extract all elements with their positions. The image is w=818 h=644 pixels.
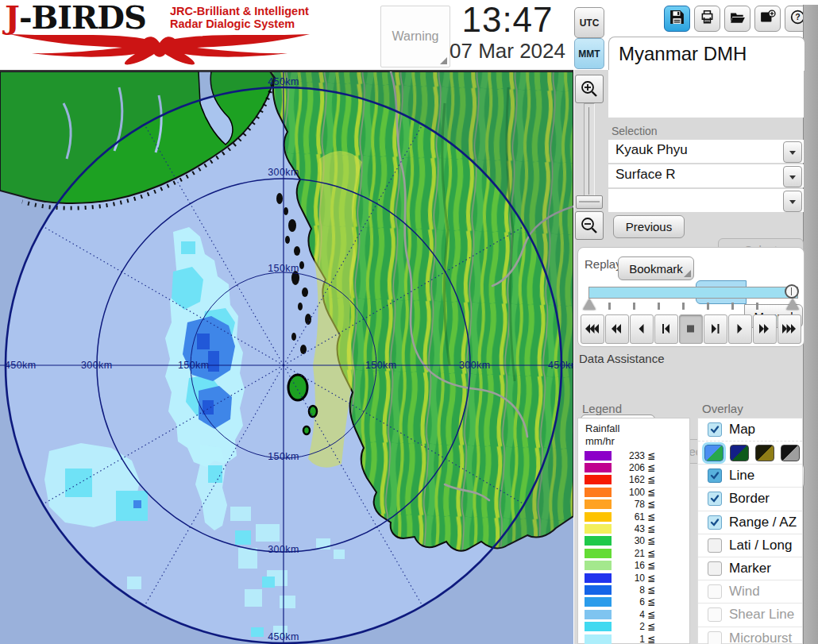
panel-scrollbar[interactable] [803, 5, 818, 644]
svg-text:450km: 450km [268, 631, 299, 642]
capture-icon [760, 10, 776, 28]
replay-slider-track[interactable] [588, 287, 798, 299]
step-forward-button[interactable] [704, 314, 727, 344]
stop-button[interactable] [679, 314, 703, 344]
clock-date: 07 Mar 2024 [442, 38, 573, 64]
range-box: Range 450 km [608, 70, 804, 118]
overlay-map-row: Map [698, 418, 802, 441]
svg-text:450km: 450km [548, 360, 573, 371]
overlay-range-az-checkbox[interactable] [708, 515, 722, 530]
magnifier-minus-icon [581, 217, 598, 234]
svg-text:450km: 450km [268, 76, 299, 87]
utc-button[interactable]: UTC [574, 7, 604, 38]
legend-entry: 206≦ [578, 461, 689, 473]
overlay-box: MapLineBorderRange / AZLati / LongMarker… [697, 418, 803, 644]
chevron-down-icon[interactable] [783, 141, 802, 163]
overlay-wind-checkbox [708, 584, 722, 599]
svg-text:?: ? [795, 12, 800, 21]
eagle-icon [5, 32, 314, 68]
play-icon [733, 322, 747, 337]
legend-color-swatch [585, 512, 612, 522]
legend-entry: 61≦ [578, 511, 689, 523]
legend-value: 6 [612, 596, 645, 607]
chevron-down-icon[interactable] [783, 166, 802, 187]
overlay-marker-checkbox[interactable] [708, 561, 722, 576]
warning-button[interactable]: Warning [380, 6, 450, 67]
overlay-line-checkbox[interactable] [708, 469, 722, 483]
zoom-slider-thumb[interactable] [576, 195, 603, 209]
fast-rewind-button[interactable] [605, 314, 629, 344]
selection-dropdown-1[interactable]: Kyauk Phyu [608, 140, 804, 163]
playback-controls [581, 314, 801, 344]
legend-color-swatch [585, 634, 612, 644]
map-style-swatches [698, 441, 802, 464]
legend-lte-symbol: ≦ [647, 634, 655, 644]
legend-box: Rainfall mm/hr 233≦206≦162≦100≦78≦61≦43≦… [577, 418, 690, 644]
map-style-1[interactable] [704, 445, 723, 461]
svg-text:300km: 300km [268, 167, 299, 178]
legend-value: 61 [612, 511, 645, 523]
legend-entry: 233≦ [578, 449, 689, 461]
station-box: Myanmar DMH [608, 37, 805, 71]
legend-lte-symbol: ≦ [647, 511, 655, 523]
zoom-slider-track[interactable] [584, 103, 595, 199]
jump-end-button[interactable] [777, 314, 801, 344]
step-back-icon [659, 322, 673, 337]
legend-color-swatch [585, 549, 612, 558]
legend-color-swatch [585, 524, 612, 534]
print-icon [700, 10, 715, 28]
bookmark-button[interactable]: Bookmark [618, 256, 694, 280]
legend-lte-symbol: ≦ [647, 596, 655, 607]
map-style-3[interactable] [755, 445, 774, 461]
selection-dropdown-3[interactable] [608, 189, 804, 212]
legend-color-swatch [585, 573, 612, 583]
legend-value: 21 [612, 548, 645, 559]
slider-tick [608, 303, 611, 310]
overlay-shear-line-label: Shear Line [729, 607, 794, 623]
print-button[interactable] [694, 6, 720, 32]
open-button[interactable] [724, 6, 750, 32]
overlay-wind-row: Wind [698, 580, 802, 603]
legend-entry: 100≦ [578, 486, 689, 498]
chevron-down-icon[interactable] [783, 191, 802, 212]
overlay-lati-long-row: Lati / Long [698, 534, 802, 557]
legend-entry: 162≦ [578, 474, 689, 486]
legend-entry: 4≦ [578, 608, 689, 620]
slider-tick [707, 303, 709, 310]
station-name: Myanmar DMH [609, 37, 804, 71]
step-back-button[interactable] [654, 314, 678, 344]
save-button[interactable] [664, 6, 690, 32]
overlay-microburst-label: Microburst [729, 631, 792, 644]
capture-button[interactable] [754, 6, 781, 32]
radar-map[interactable]: 450km 300km 150km 150km 300km 450km 450k… [0, 70, 573, 644]
slider-start-marker[interactable] [583, 299, 596, 310]
play-reverse-icon [635, 322, 649, 337]
jump-start-button[interactable] [581, 314, 604, 344]
legend-entry: 43≦ [578, 523, 689, 534]
slider-end-marker[interactable] [786, 299, 799, 310]
overlay-wind-label: Wind [729, 584, 760, 600]
map-style-2[interactable] [730, 445, 749, 461]
overlay-border-checkbox[interactable] [708, 492, 722, 506]
magnifier-plus-icon [581, 80, 598, 98]
legend-lte-symbol: ≦ [647, 487, 655, 498]
fast-forward-button[interactable] [753, 314, 777, 344]
overlay-range-az-row: Range / AZ [698, 511, 802, 534]
legend-color-swatch [585, 536, 612, 546]
map-style-4[interactable] [781, 445, 800, 461]
zoom-out-button[interactable] [575, 211, 604, 240]
overlay-lati-long-checkbox[interactable] [708, 538, 722, 553]
play-reverse-button[interactable] [630, 314, 654, 344]
previous-button[interactable]: Previous [613, 215, 685, 238]
mmt-button[interactable]: MMT [574, 38, 604, 69]
selection-dropdown-2[interactable]: Surface R [608, 164, 804, 187]
zoom-in-button[interactable] [575, 75, 604, 103]
replay-slider-handle[interactable] [785, 284, 799, 299]
legend-lte-symbol: ≦ [647, 573, 655, 584]
overlay-map-checkbox[interactable] [708, 422, 722, 437]
legend-entry: 6≦ [578, 596, 689, 608]
legend-value: 2 [612, 621, 645, 632]
legend-scale: 233≦206≦162≦100≦78≦61≦43≦30≦21≦16≦10≦8≦6… [578, 449, 689, 644]
play-button[interactable] [728, 314, 752, 344]
legend-value: 8 [612, 584, 645, 596]
